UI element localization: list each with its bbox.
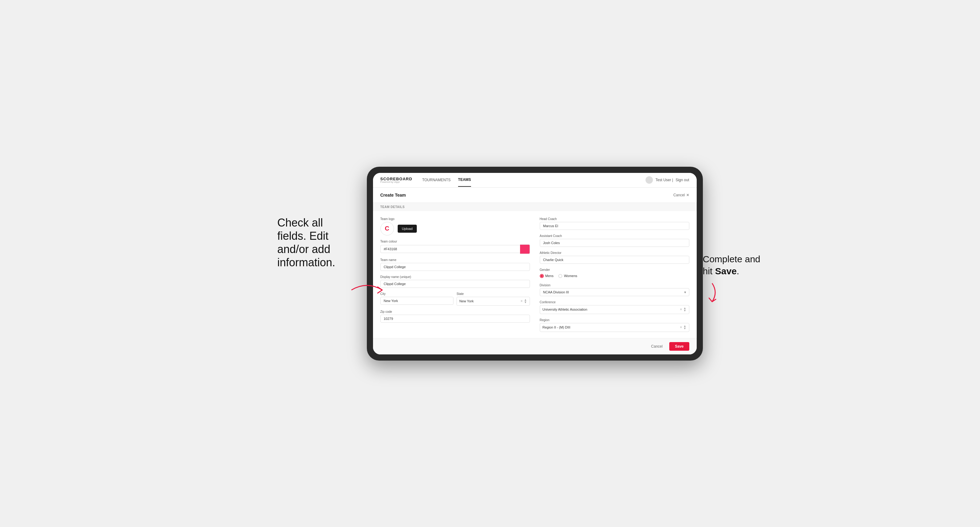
head-coach-input[interactable] bbox=[540, 222, 689, 230]
city-input[interactable] bbox=[380, 297, 454, 305]
region-clear-icon[interactable]: × bbox=[680, 325, 682, 329]
tablet-device: SCOREBOARD Powered by clippi TOURNAMENTS… bbox=[367, 167, 703, 360]
division-label: Division bbox=[540, 284, 689, 287]
city-label: City bbox=[380, 292, 454, 295]
cancel-button[interactable]: Cancel bbox=[648, 342, 666, 351]
region-field: Region Region II - (M) DIII × ▲▼ bbox=[540, 318, 689, 332]
cancel-x-button[interactable]: Cancel ✕ bbox=[673, 193, 689, 197]
arrow-left-icon bbox=[348, 278, 385, 302]
navbar: SCOREBOARD Powered by clippi TOURNAMENTS… bbox=[373, 173, 697, 188]
nav-tournaments[interactable]: TOURNAMENTS bbox=[422, 173, 450, 186]
upload-button[interactable]: Upload bbox=[398, 225, 417, 233]
conference-label: Conference bbox=[540, 300, 689, 304]
division-select[interactable]: NCAA Division III bbox=[540, 288, 689, 296]
app-logo: SCOREBOARD Powered by clippi bbox=[380, 177, 412, 183]
nav-links: TOURNAMENTS TEAMS bbox=[422, 173, 471, 187]
signout-link[interactable]: Sign out bbox=[675, 178, 689, 182]
state-value: New York bbox=[459, 299, 521, 303]
team-name-label: Team name bbox=[380, 258, 530, 262]
display-name-label: Display name (unique) bbox=[380, 275, 530, 279]
team-name-field: Team name bbox=[380, 258, 530, 271]
team-logo-label: Team logo bbox=[380, 217, 530, 221]
display-name-input[interactable] bbox=[380, 280, 530, 288]
team-logo-field: Team logo C Upload bbox=[380, 217, 530, 235]
form-header: Create Team Cancel ✕ bbox=[373, 188, 697, 203]
zip-input[interactable] bbox=[380, 315, 530, 323]
conference-field: Conference University Athletic Associati… bbox=[540, 300, 689, 314]
logo-sub: Powered by clippi bbox=[380, 181, 412, 183]
logo-upload-area: C Upload bbox=[380, 222, 530, 235]
division-field: Division NCAA Division III ▼ bbox=[540, 284, 689, 296]
state-label: State bbox=[457, 292, 530, 295]
conference-chevrons-icon: ▲▼ bbox=[683, 307, 687, 312]
form-container: Create Team Cancel ✕ TEAM DETAILS bbox=[373, 188, 697, 354]
team-colour-field: Team colour bbox=[380, 240, 530, 254]
color-field-wrapper bbox=[380, 244, 530, 254]
zip-code-field: Zip code bbox=[380, 310, 530, 323]
athletic-director-field: Athletic Director bbox=[540, 251, 689, 264]
nav-right: Test User | Sign out bbox=[646, 176, 689, 184]
user-avatar bbox=[646, 176, 653, 184]
city-state-columns: City State New York × bbox=[380, 292, 530, 306]
assistant-coach-field: Assistant Coach bbox=[540, 234, 689, 247]
left-annotation: Check all fields. Edit and/or add inform… bbox=[277, 167, 355, 269]
state-clear-icon[interactable]: × bbox=[521, 299, 523, 303]
nav-teams[interactable]: TEAMS bbox=[458, 173, 471, 187]
close-icon: ✕ bbox=[686, 193, 689, 197]
state-field: State New York × ▲▼ bbox=[457, 292, 530, 306]
gender-group: Mens Womens bbox=[540, 273, 689, 279]
assistant-coach-input[interactable] bbox=[540, 239, 689, 247]
conference-clear-icon[interactable]: × bbox=[680, 307, 682, 311]
logo-preview: C bbox=[380, 222, 394, 235]
form-right-column: Head Coach Assistant Coach Athletic Dire… bbox=[540, 217, 689, 332]
division-select-wrapper: NCAA Division III ▼ bbox=[540, 288, 689, 296]
tablet-screen: SCOREBOARD Powered by clippi TOURNAMENTS… bbox=[373, 173, 697, 354]
tablet-frame: SCOREBOARD Powered by clippi TOURNAMENTS… bbox=[367, 167, 703, 360]
form-title: Create Team bbox=[380, 193, 406, 198]
form-left-column: Team logo C Upload Team colour bbox=[380, 217, 530, 332]
arrow-right-icon bbox=[703, 280, 727, 305]
state-select[interactable]: New York × ▲▼ bbox=[457, 297, 530, 306]
zip-label: Zip code bbox=[380, 310, 530, 313]
logo-text: SCOREBOARD bbox=[380, 177, 412, 181]
team-name-input[interactable] bbox=[380, 263, 530, 271]
gender-mens-radio[interactable] bbox=[540, 274, 544, 278]
user-name: Test User | bbox=[655, 178, 673, 182]
athletic-director-input[interactable] bbox=[540, 256, 689, 264]
right-annotation: Complete and hit Save. bbox=[703, 253, 765, 305]
region-value: Region II - (M) DIII bbox=[542, 325, 680, 329]
city-field: City bbox=[380, 292, 454, 306]
conference-select[interactable]: University Athletic Association × ▲▼ bbox=[540, 305, 689, 314]
form-footer: Cancel Save bbox=[373, 338, 697, 354]
cancel-label: Cancel bbox=[673, 193, 685, 197]
gender-mens-option[interactable]: Mens bbox=[540, 274, 554, 278]
team-colour-label: Team colour bbox=[380, 240, 530, 243]
athletic-director-label: Athletic Director bbox=[540, 251, 689, 254]
region-select[interactable]: Region II - (M) DIII × ▲▼ bbox=[540, 323, 689, 332]
save-button[interactable]: Save bbox=[669, 342, 689, 351]
head-coach-field: Head Coach bbox=[540, 217, 689, 230]
display-name-field: Display name (unique) bbox=[380, 275, 530, 288]
city-state-group: City State New York × bbox=[380, 292, 530, 306]
state-chevrons-icon: ▲▼ bbox=[524, 298, 527, 303]
left-annotation-text: Check all fields. Edit and/or add inform… bbox=[277, 216, 336, 269]
gender-label: Gender bbox=[540, 268, 689, 271]
gender-womens-option[interactable]: Womens bbox=[558, 274, 577, 278]
region-chevrons-icon: ▲▼ bbox=[683, 325, 687, 330]
gender-womens-radio[interactable] bbox=[558, 274, 562, 278]
head-coach-label: Head Coach bbox=[540, 217, 689, 221]
assistant-coach-label: Assistant Coach bbox=[540, 234, 689, 238]
form-body: Team logo C Upload Team colour bbox=[373, 211, 697, 338]
color-swatch[interactable] bbox=[520, 244, 530, 254]
team-colour-input[interactable] bbox=[380, 245, 520, 253]
conference-value: University Athletic Association bbox=[542, 308, 680, 311]
section-label: TEAM DETAILS bbox=[373, 203, 697, 211]
gender-field: Gender Mens bbox=[540, 268, 689, 279]
region-label: Region bbox=[540, 318, 689, 322]
